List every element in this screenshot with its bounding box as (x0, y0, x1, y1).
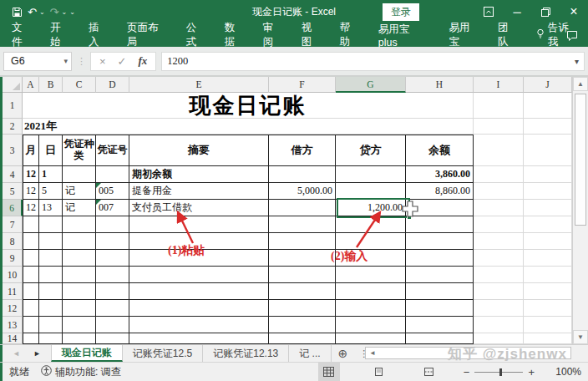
customize-qat-icon[interactable]: ⌄ (69, 8, 75, 16)
cell-G6-selected[interactable]: 1,200.00 (336, 200, 406, 216)
vertical-scrollbar-thumb[interactable] (575, 94, 586, 226)
header-voucher-type[interactable]: 凭证种类 (63, 135, 96, 166)
cell[interactable] (129, 283, 269, 300)
cell-E5[interactable]: 提备用金 (129, 183, 269, 200)
cell[interactable] (23, 250, 39, 267)
cell[interactable] (524, 93, 572, 119)
cell[interactable] (474, 166, 524, 183)
cell[interactable] (96, 233, 129, 250)
cell[interactable] (474, 183, 524, 200)
cell[interactable] (39, 317, 63, 333)
confirm-entry-icon[interactable]: ✓ (118, 55, 127, 68)
cell[interactable] (406, 333, 474, 344)
horizontal-scrollbar[interactable]: ◄ (365, 347, 571, 359)
cell[interactable] (524, 250, 572, 267)
cell-E6[interactable]: 支付员工借款 (129, 200, 269, 216)
cell[interactable] (406, 216, 474, 233)
accessibility-status[interactable]: 辅助功能: 调查 (41, 365, 121, 379)
formula-bar-expand-icon[interactable]: ▾ (575, 57, 579, 66)
cell[interactable] (524, 200, 572, 216)
cell[interactable] (474, 216, 524, 233)
zoom-out-icon[interactable]: − (459, 366, 475, 378)
row-header-13[interactable]: 13 (3, 317, 23, 333)
cell[interactable] (524, 216, 572, 233)
zoom-slider-thumb[interactable] (499, 368, 502, 376)
cell-A6[interactable]: 12 (23, 200, 39, 216)
row-header-8[interactable]: 8 (3, 233, 23, 250)
sheet-tab-truncated[interactable]: 记 ... (289, 345, 331, 362)
cell[interactable] (63, 317, 96, 333)
cell-H4[interactable]: 3,860.00 (406, 166, 474, 183)
cell[interactable] (23, 317, 39, 333)
cell[interactable] (39, 333, 63, 344)
undo-icon[interactable]: ↶ (28, 7, 37, 18)
tab-insert[interactable]: 插入 (79, 23, 118, 47)
cell[interactable] (269, 317, 336, 333)
page-layout-view-icon[interactable] (368, 363, 390, 381)
sheet-title-cell[interactable]: 现金日记账 (23, 93, 474, 119)
prev-sheet-icon[interactable]: ◄ (13, 349, 20, 358)
cell[interactable] (406, 250, 474, 267)
cell[interactable] (129, 333, 269, 344)
cell[interactable] (474, 317, 524, 333)
cell-A5[interactable]: 12 (23, 183, 39, 200)
cell[interactable] (336, 333, 406, 344)
cell[interactable] (39, 300, 63, 317)
row-header-1[interactable]: 1 (3, 93, 23, 119)
cell-C6[interactable]: 记 (63, 200, 96, 216)
cell[interactable] (23, 300, 39, 317)
row-header-3[interactable]: 3 (3, 135, 23, 166)
restore-button[interactable] (531, 0, 560, 23)
cell[interactable] (474, 333, 524, 344)
header-summary[interactable]: 摘要 (129, 135, 269, 166)
cell[interactable] (474, 93, 524, 119)
cell[interactable] (336, 317, 406, 333)
cell[interactable] (23, 216, 39, 233)
row-header-2[interactable]: 2 (3, 119, 23, 135)
cell-G5[interactable] (336, 183, 406, 200)
cell[interactable] (524, 333, 572, 344)
cell[interactable] (336, 283, 406, 300)
cell[interactable] (23, 267, 39, 283)
cell-D6[interactable]: 007 (96, 200, 129, 216)
tab-view[interactable]: 视图 (292, 23, 331, 47)
cell[interactable] (269, 333, 336, 344)
cell[interactable] (269, 250, 336, 267)
cell[interactable] (63, 250, 96, 267)
sheet-tab-cash-journal[interactable]: 现金日记账 (51, 345, 123, 362)
cell-E4[interactable]: 期初余额 (129, 166, 269, 183)
cell[interactable] (524, 119, 572, 135)
cell[interactable] (524, 267, 572, 283)
cell[interactable] (406, 300, 474, 317)
tab-yyb[interactable]: 易用宝 (440, 23, 489, 47)
col-header-E[interactable]: E (129, 77, 269, 93)
cell[interactable] (474, 135, 524, 166)
zoom-level[interactable]: 100% (551, 366, 581, 378)
scroll-down-icon[interactable]: ▼ (573, 330, 588, 344)
cell[interactable] (269, 216, 336, 233)
cell-F5[interactable]: 5,000.00 (269, 183, 336, 200)
header-debit[interactable]: 借方 (269, 135, 336, 166)
cell[interactable] (23, 283, 39, 300)
col-header-A[interactable]: A (23, 77, 39, 93)
insert-function-icon[interactable]: fx (139, 54, 148, 68)
tab-file[interactable]: 文件 (0, 23, 41, 47)
cell[interactable] (269, 300, 336, 317)
cell[interactable] (406, 267, 474, 283)
page-break-view-icon[interactable] (418, 363, 440, 381)
normal-view-icon[interactable] (318, 363, 340, 381)
cell[interactable] (474, 300, 524, 317)
year-cell[interactable]: 2021年 (23, 119, 474, 135)
cell[interactable] (474, 119, 524, 135)
cancel-entry-icon[interactable]: × (99, 55, 106, 68)
undo-dropdown-icon[interactable]: ⌄ (39, 8, 45, 16)
header-voucher-no[interactable]: 凭证号 (96, 135, 129, 166)
cell[interactable] (96, 317, 129, 333)
sheet-tab-voucher-12-13[interactable]: 记账凭证12.13 (203, 345, 289, 362)
cell[interactable] (23, 233, 39, 250)
col-header-B[interactable]: B (39, 77, 63, 93)
zoom-in-icon[interactable]: + (523, 366, 540, 378)
cell[interactable] (336, 250, 406, 267)
name-box[interactable]: G6 ▾ (3, 52, 72, 71)
cell[interactable] (96, 250, 129, 267)
